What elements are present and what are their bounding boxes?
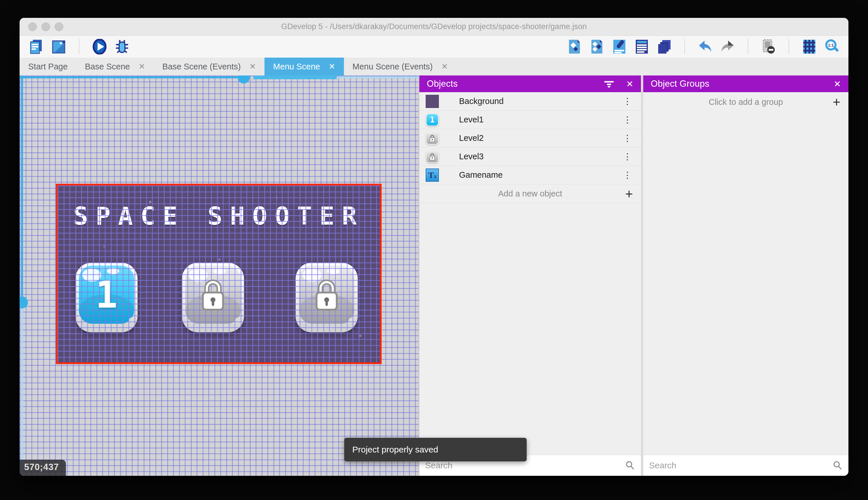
object-menu-icon[interactable]: ⋮ [621, 133, 633, 143]
tab-menu-scene[interactable]: Menu Scene ✕ [265, 58, 344, 76]
debug-bug-icon[interactable] [114, 38, 130, 55]
objects-editor-icon[interactable] [566, 38, 583, 55]
close-object-groups-panel-icon[interactable]: ✕ [834, 79, 841, 89]
object-name: Level3 [459, 152, 621, 161]
object-name: Level1 [459, 115, 621, 124]
vertical-scrollbar-track[interactable] [21, 76, 23, 303]
scene-editor-canvas[interactable]: SPACE SHOOTER 1 570;437 [20, 76, 419, 476]
level3-lock-thumbnail [426, 150, 439, 163]
close-objects-panel-icon[interactable]: ✕ [626, 79, 633, 89]
toolbar-separator [79, 39, 80, 55]
object-groups-panel-title: Object Groups [651, 79, 709, 89]
cursor-coordinates-badge: 570;437 [20, 460, 66, 476]
tab-close-icon[interactable]: ✕ [138, 62, 145, 71]
star-specks [58, 185, 59, 186]
properties-pencil-icon[interactable] [611, 38, 627, 55]
groups-search-input[interactable] [643, 461, 848, 470]
tab-base-scene-events[interactable]: Base Scene (Events) ✕ [154, 58, 265, 76]
window-editor-icon[interactable] [51, 38, 67, 55]
add-new-object-label: Add a new object [498, 189, 562, 198]
object-menu-icon[interactable]: ⋮ [621, 151, 633, 162]
add-new-object-row[interactable]: Add a new object + [419, 184, 641, 203]
object-row-gamename[interactable]: Tx Gamename ⋮ [419, 166, 641, 184]
tab-base-scene[interactable]: Base Scene ✕ [76, 58, 154, 76]
toolbar-left-group [28, 38, 130, 55]
toolbar-separator [684, 39, 685, 55]
redo-icon[interactable] [719, 38, 736, 55]
vertical-scrollbar-knob[interactable] [20, 296, 28, 308]
zoom-icon-label: 1:1 [828, 43, 834, 47]
tx-main: T [428, 170, 434, 180]
save-toast: Project properly saved [344, 438, 527, 462]
gdevelop-window: GDevelop 5 - /Users/dkarakay/Documents/G… [20, 18, 848, 476]
object-row-background[interactable]: Background ⋮ [419, 92, 641, 111]
object-row-level2[interactable]: Level2 ⋮ [419, 129, 641, 147]
instances-list-icon[interactable] [634, 38, 650, 55]
zoom-window-button[interactable] [55, 22, 63, 31]
lock-icon [312, 278, 341, 311]
minimize-window-button[interactable] [42, 22, 50, 31]
level2-lock-thumbnail [426, 132, 439, 145]
layers-editor-icon[interactable] [656, 38, 672, 55]
object-menu-icon[interactable]: ⋮ [621, 96, 633, 106]
traffic-lights [28, 22, 63, 31]
tab-label: Start Page [28, 62, 68, 71]
vertical-scrollbar-rest [21, 303, 23, 476]
plus-icon[interactable]: + [833, 95, 840, 109]
tab-close-icon[interactable]: ✕ [329, 62, 335, 71]
tab-close-icon[interactable]: ✕ [249, 62, 256, 71]
add-group-row[interactable]: Click to add a group + [643, 92, 848, 112]
project-manager-icon[interactable] [28, 38, 44, 55]
toolbar-right-group: 1:1 [566, 38, 840, 55]
level1-thumb-digit: 1 [430, 115, 435, 124]
render-mask-icon[interactable] [760, 38, 776, 55]
main-area: SPACE SHOOTER 1 570;437 [20, 76, 848, 476]
level1-button-instance[interactable]: 1 [75, 263, 138, 332]
game-title-instance[interactable]: SPACE SHOOTER [58, 202, 380, 230]
object-name: Background [459, 96, 621, 106]
tab-start-page[interactable]: Start Page [20, 58, 76, 76]
scene-background-instance[interactable]: SPACE SHOOTER 1 [56, 184, 382, 364]
toast-message: Project properly saved [352, 445, 438, 454]
groups-panel-empty-space [643, 112, 848, 455]
undo-icon[interactable] [697, 38, 713, 55]
object-menu-icon[interactable]: ⋮ [621, 115, 633, 125]
objects-panel-empty-space [419, 203, 641, 455]
objects-panel-title: Objects [427, 79, 458, 89]
horizontal-scrollbar-knob[interactable] [238, 76, 250, 83]
tab-menu-scene-events[interactable]: Menu Scene (Events) ✕ [344, 58, 456, 76]
toolbar-separator [788, 39, 789, 55]
object-name: Gamename [459, 170, 621, 180]
horizontal-scrollbar-track[interactable] [20, 76, 242, 78]
level2-button-instance[interactable] [182, 263, 244, 332]
tab-close-icon[interactable]: ✕ [441, 62, 448, 71]
background-thumbnail [426, 95, 439, 108]
level3-button-instance[interactable] [296, 263, 358, 332]
objects-search-input[interactable] [419, 461, 641, 470]
panel-resize-handle[interactable] [641, 76, 643, 476]
tab-label: Menu Scene [273, 62, 320, 71]
object-row-level3[interactable]: Level3 ⋮ [419, 147, 641, 166]
tx-sub: x [434, 173, 437, 180]
add-group-label: Click to add a group [709, 97, 783, 107]
zoom-1-1-icon[interactable]: 1:1 [824, 38, 840, 55]
level1-thumbnail: 1 [426, 113, 439, 126]
horizontal-scrollbar-rest [337, 76, 419, 78]
titlebar: GDevelop 5 - /Users/dkarakay/Documents/G… [20, 18, 848, 36]
tab-label: Base Scene [85, 62, 130, 71]
object-groups-editor-icon[interactable] [589, 38, 605, 55]
horizontal-scrollbar-thumb[interactable] [253, 76, 337, 79]
preview-play-icon[interactable] [92, 38, 108, 55]
grid-icon[interactable] [801, 38, 817, 55]
object-row-level1[interactable]: 1 Level1 ⋮ [419, 111, 641, 129]
toolbar: 1:1 [20, 36, 848, 58]
object-menu-icon[interactable]: ⋮ [621, 170, 633, 180]
filter-icon[interactable] [604, 79, 614, 88]
object-groups-panel-header: Object Groups ✕ [643, 76, 848, 92]
text-object-thumbnail: Tx [426, 169, 439, 182]
search-icon [625, 460, 635, 472]
close-window-button[interactable] [28, 22, 37, 31]
plus-icon[interactable]: + [625, 187, 633, 201]
toolbar-separator [748, 39, 748, 55]
tabbar: Start Page Base Scene ✕ Base Scene (Even… [20, 58, 848, 76]
